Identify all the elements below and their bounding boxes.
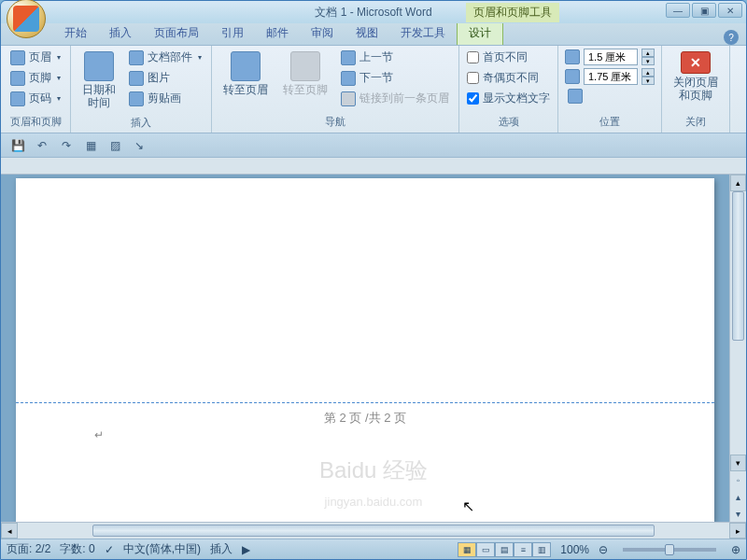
page[interactable]: 第 2 页 /共 2 页 ↵ bbox=[16, 178, 714, 522]
prev-page-button[interactable]: ▴ bbox=[730, 488, 746, 505]
first-page-different-checkbox[interactable]: 首页不同 bbox=[465, 48, 552, 67]
scroll-right-button[interactable]: ▸ bbox=[729, 523, 746, 539]
draft-view[interactable]: ▥ bbox=[532, 542, 551, 557]
datetime-button[interactable]: 日期和 时间 bbox=[77, 48, 121, 114]
scroll-track[interactable] bbox=[730, 191, 746, 455]
zoom-thumb[interactable] bbox=[665, 544, 674, 555]
footer-from-bottom-spinner[interactable]: ▴▾ bbox=[564, 67, 655, 86]
parts-icon bbox=[129, 50, 144, 65]
tab-home[interactable]: 开始 bbox=[53, 21, 98, 45]
close-icon: ✕ bbox=[681, 51, 711, 74]
show-document-text-checkbox[interactable]: 显示文档文字 bbox=[465, 89, 552, 108]
print-layout-view[interactable]: ▦ bbox=[458, 542, 476, 557]
scroll-thumb[interactable] bbox=[92, 525, 655, 537]
tab-mailings[interactable]: 邮件 bbox=[255, 21, 300, 45]
tab-design[interactable]: 设计 bbox=[457, 21, 503, 45]
picture-button[interactable]: 图片 bbox=[125, 68, 205, 88]
qat-button[interactable]: ↘ bbox=[130, 136, 148, 155]
group-close: ✕关闭页眉 和页脚 关闭 bbox=[662, 46, 730, 133]
group-label: 选项 bbox=[465, 113, 552, 131]
goto-footer-icon bbox=[290, 51, 320, 81]
header-from-top-spinner[interactable]: ▴▾ bbox=[564, 48, 655, 66]
footer-from-bottom-input[interactable] bbox=[584, 68, 638, 85]
link-previous-button[interactable]: 链接到前一条页眉 bbox=[337, 89, 453, 108]
undo-button[interactable]: ↶ bbox=[33, 136, 51, 155]
web-layout-view[interactable]: ▤ bbox=[495, 542, 514, 557]
insert-align-tab-button[interactable] bbox=[564, 87, 655, 105]
tab-layout[interactable]: 页面布局 bbox=[143, 21, 210, 45]
save-button[interactable]: 💾 bbox=[8, 136, 27, 155]
insert-mode[interactable]: 插入 bbox=[210, 541, 233, 557]
office-button[interactable] bbox=[7, 0, 46, 38]
language-status[interactable]: 中文(简体,中国) bbox=[123, 541, 201, 557]
spin-up[interactable]: ▴ bbox=[641, 49, 655, 57]
spin-up[interactable]: ▴ bbox=[641, 68, 655, 77]
word-window: 文档 1 - Microsoft Word 页眉和页脚工具 — ▣ ✕ 开始 插… bbox=[0, 0, 747, 560]
clipart-icon bbox=[129, 91, 144, 106]
zoom-slider[interactable] bbox=[623, 548, 716, 552]
paragraph-mark-icon: ↵ bbox=[94, 428, 104, 441]
redo-button[interactable]: ↷ bbox=[57, 136, 76, 155]
group-position: ▴▾ ▴▾ 位置 bbox=[558, 46, 662, 133]
group-label: 位置 bbox=[564, 113, 655, 131]
scroll-left-button[interactable]: ◂ bbox=[1, 523, 18, 539]
window-title: 文档 1 - Microsoft Word bbox=[1, 5, 746, 21]
minimize-button[interactable]: — bbox=[666, 3, 690, 18]
group-label: 关闭 bbox=[668, 113, 724, 131]
close-button[interactable]: ✕ bbox=[718, 3, 742, 18]
full-screen-view[interactable]: ▭ bbox=[476, 542, 495, 557]
close-header-footer-button[interactable]: ✕关闭页眉 和页脚 bbox=[668, 48, 724, 106]
zoom-in-button[interactable]: ⊕ bbox=[731, 543, 740, 556]
spin-down[interactable]: ▾ bbox=[641, 57, 655, 65]
scroll-track[interactable] bbox=[18, 523, 729, 539]
page-status[interactable]: 页面: 2/2 bbox=[7, 541, 50, 557]
next-page-button[interactable]: ▾ bbox=[730, 505, 746, 522]
header-icon bbox=[10, 50, 25, 65]
spellcheck-icon[interactable]: ✓ bbox=[105, 543, 114, 556]
word-count[interactable]: 字数: 0 bbox=[60, 541, 94, 557]
tab-view[interactable]: 视图 bbox=[345, 21, 389, 45]
qat-button[interactable]: ▨ bbox=[106, 136, 124, 155]
header-from-top-input[interactable] bbox=[584, 49, 638, 65]
outline-view[interactable]: ≡ bbox=[514, 542, 532, 557]
tab-insert[interactable]: 插入 bbox=[98, 21, 143, 45]
horizontal-scrollbar[interactable]: ◂ ▸ bbox=[1, 522, 746, 539]
spin-down[interactable]: ▾ bbox=[641, 77, 655, 85]
scroll-up-button[interactable]: ▴ bbox=[730, 175, 746, 191]
odd-even-different-checkbox[interactable]: 奇偶页不同 bbox=[465, 68, 552, 88]
chevron-down-icon: ▾ bbox=[57, 74, 61, 82]
chevron-down-icon: ▾ bbox=[57, 53, 61, 62]
qat-button[interactable]: ▦ bbox=[81, 136, 100, 155]
document-area: 第 2 页 /共 2 页 ↵ ▴ ▾ ◦ ▴ ▾ bbox=[1, 175, 746, 522]
scroll-thumb[interactable] bbox=[732, 191, 744, 341]
header-button[interactable]: 页眉▾ bbox=[7, 48, 64, 67]
tab-references[interactable]: 引用 bbox=[210, 21, 255, 45]
picture-icon bbox=[129, 71, 144, 86]
quickparts-button[interactable]: 文档部件▾ bbox=[125, 48, 205, 67]
tab-review[interactable]: 审阅 bbox=[300, 21, 345, 45]
quick-access-toolbar: 💾 ↶ ↷ ▦ ▨ ↘ bbox=[1, 133, 746, 158]
pagenum-icon bbox=[10, 91, 25, 106]
group-insert: 日期和 时间 文档部件▾ 图片 剪贴画 插入 bbox=[71, 46, 212, 133]
tab-developer[interactable]: 开发工具 bbox=[389, 21, 457, 45]
view-buttons: ▦ ▭ ▤ ≡ ▥ bbox=[458, 542, 551, 557]
ruler[interactable] bbox=[1, 158, 746, 175]
footer-button[interactable]: 页脚▾ bbox=[7, 68, 64, 88]
vertical-scrollbar[interactable]: ▴ ▾ ◦ ▴ ▾ bbox=[729, 175, 746, 522]
footer-page-number[interactable]: 第 2 页 /共 2 页 bbox=[16, 410, 714, 427]
clipart-button[interactable]: 剪贴画 bbox=[125, 89, 205, 108]
goto-footer-button[interactable]: 转至页脚 bbox=[277, 48, 333, 100]
footer-boundary bbox=[16, 402, 714, 403]
goto-header-button[interactable]: 转至页眉 bbox=[218, 48, 274, 100]
browse-object-button[interactable]: ◦ bbox=[730, 471, 746, 488]
maximize-button[interactable]: ▣ bbox=[692, 3, 716, 18]
pagenum-button[interactable]: 页码▾ bbox=[7, 89, 64, 108]
zoom-out-button[interactable]: ⊖ bbox=[599, 543, 608, 556]
scroll-down-button[interactable]: ▾ bbox=[730, 455, 746, 471]
next-section-button[interactable]: 下一节 bbox=[337, 68, 453, 88]
zoom-level[interactable]: 100% bbox=[560, 543, 589, 556]
prev-section-button[interactable]: 上一节 bbox=[337, 48, 453, 67]
help-button[interactable]: ? bbox=[724, 30, 739, 45]
bottom-margin-icon bbox=[565, 69, 580, 84]
macro-icon[interactable]: ▶ bbox=[242, 543, 250, 556]
